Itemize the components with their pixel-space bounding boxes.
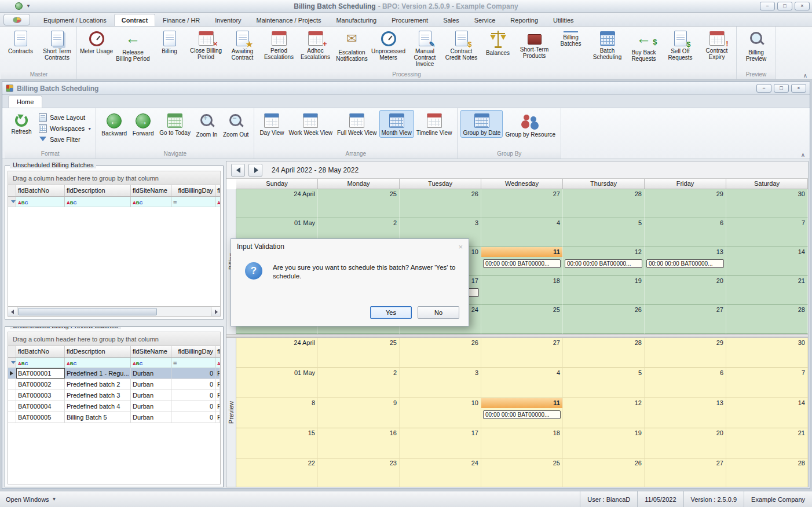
calendar-cell-billing-14[interactable]: 14 xyxy=(726,247,808,276)
calendar-cell-preview-11[interactable]: 1100:00 00:00 BAT00000... xyxy=(481,398,563,428)
sell-off-requests-button[interactable]: Sell Off Requests xyxy=(662,28,698,61)
grid-row-BAT000002[interactable]: BAT000002Predefined batch 2Durban0PR xyxy=(8,379,220,390)
scroll-left-icon[interactable] xyxy=(8,307,17,316)
go-to-today-button[interactable]: Go to Today xyxy=(157,110,193,138)
close-button[interactable]: × xyxy=(795,2,810,10)
grid-cell[interactable]: PR xyxy=(215,412,220,422)
contract-expiry-button[interactable]: Contract Expiry xyxy=(698,28,735,60)
dialog-close-icon[interactable]: × xyxy=(458,243,463,251)
contract-credit-notes-button[interactable]: Contract Credit Notes xyxy=(443,28,480,61)
contracts-button[interactable]: Contracts xyxy=(2,28,39,54)
calendar-cell-preview-22[interactable]: 22 xyxy=(236,458,318,487)
calendar-cell-preview-25[interactable]: 25 xyxy=(481,458,563,487)
filter-cell[interactable]: ABC xyxy=(16,197,65,207)
column-header-fldsitename[interactable]: fldSiteName xyxy=(131,185,171,196)
calendar-cell-billing-26[interactable]: 26 xyxy=(563,305,645,334)
grid-cell[interactable]: Predefined batch 3 xyxy=(65,390,131,401)
calendar-cell-preview-12[interactable]: 12 xyxy=(563,398,645,428)
save-filter-button[interactable]: Save Filter xyxy=(39,135,92,144)
calendar-cell-preview-3[interactable]: 3 xyxy=(400,368,481,398)
grid-cell[interactable]: 0 xyxy=(171,412,215,422)
calendar-cell-preview-30[interactable]: 30 xyxy=(726,338,808,368)
adhoc-escalations-button[interactable]: Adhoc Escalations xyxy=(297,28,334,60)
calendar-cell-billing-28[interactable]: 28 xyxy=(563,189,645,218)
manual-contract-invoice-button[interactable]: Manual Contract Invoice xyxy=(407,28,443,67)
calendar-cell-billing-5[interactable]: 5 xyxy=(563,218,645,247)
calendar-cell-preview-15[interactable]: 15 xyxy=(236,428,318,458)
calendar-splitter[interactable] xyxy=(226,334,808,338)
period-escalations-button[interactable]: Period Escalations xyxy=(261,28,297,60)
calendar-cell-preview-27[interactable]: 27 xyxy=(481,338,563,368)
grid-cell[interactable]: PR xyxy=(215,379,220,390)
grid-row-BAT000001[interactable]: BAT000001Predefined 1 - Regu...Durban0PR xyxy=(8,368,220,379)
zoom-in-button[interactable]: +Zoom In xyxy=(193,110,221,139)
calendar-cell-preview-19[interactable]: 19 xyxy=(563,428,645,458)
quick-access-icon[interactable] xyxy=(15,2,23,10)
minimize-button[interactable]: − xyxy=(760,2,775,10)
grid-cell[interactable]: Durban xyxy=(131,401,171,412)
ribbon-tab-inventory[interactable]: Inventory xyxy=(207,14,248,26)
ribbon-tab-maintenance-projects[interactable]: Maintenance / Projects xyxy=(249,14,329,26)
awaiting-contract-button[interactable]: Awaiting Contract xyxy=(224,28,261,61)
grid-cell[interactable]: 0 xyxy=(171,401,215,412)
work-week-view-button[interactable]: Work Week View xyxy=(286,110,335,138)
calendar-cell-preview-9[interactable]: 9 xyxy=(318,398,400,428)
grid-cell[interactable]: PR xyxy=(215,401,220,412)
calendar-cell-billing-18[interactable]: 18 xyxy=(481,276,563,305)
day-view-button[interactable]: Day View xyxy=(257,110,286,138)
calendar-cell-preview-24-april[interactable]: 24 April xyxy=(236,338,318,368)
calendar-cell-preview-14[interactable]: 14 xyxy=(726,398,808,428)
column-header-fl[interactable]: fl xyxy=(215,346,220,357)
grid-cell[interactable]: PR xyxy=(215,390,220,401)
calendar-cell-preview-21[interactable]: 21 xyxy=(726,428,808,458)
close-billing-period-button[interactable]: Close Billing Period xyxy=(188,28,224,60)
calendar-cell-preview-10[interactable]: 10 xyxy=(400,398,481,428)
calendar-cell-preview-8[interactable]: 8 xyxy=(236,398,318,428)
ribbon-tab-finance-hr[interactable]: Finance / HR xyxy=(155,14,207,26)
ribbon-tab-manufacturing[interactable]: Manufacturing xyxy=(328,14,384,26)
column-header-fldsitename[interactable]: fldSiteName xyxy=(131,346,171,357)
calendar-cell-preview-29[interactable]: 29 xyxy=(645,338,726,368)
calendar-cell-billing-6[interactable]: 6 xyxy=(645,218,726,247)
ribbon-tab-equipment-locations[interactable]: Equipment / Locations xyxy=(36,14,114,26)
calendar-cell-billing-27[interactable]: 27 xyxy=(645,305,726,334)
forward-button[interactable]: →Forward xyxy=(129,110,157,138)
calendar-cell-preview-2[interactable]: 2 xyxy=(318,368,400,398)
grid-cell[interactable]: 0 xyxy=(171,368,215,379)
backward-button[interactable]: ←Backward xyxy=(99,110,129,138)
calendar-event[interactable]: 00:00 00:00 BAT00000... xyxy=(565,259,642,268)
calendar-cell-billing-25[interactable]: 25 xyxy=(318,189,400,218)
grid-cell[interactable]: 0 xyxy=(171,390,215,401)
calendar-cell-preview-6[interactable]: 6 xyxy=(645,368,726,398)
short-term-products-button[interactable]: Short-Term Products xyxy=(516,28,553,59)
inner-close-button[interactable]: × xyxy=(791,84,806,93)
refresh-button[interactable]: Refresh xyxy=(8,110,35,137)
calendar-cell-preview-7[interactable]: 7 xyxy=(726,368,808,398)
filter-cell[interactable]: ABC xyxy=(215,197,220,207)
filter-cell[interactable]: ABC xyxy=(215,358,220,368)
calendar-cell-billing-20[interactable]: 20 xyxy=(645,276,726,305)
escalation-notifications-button[interactable]: ✉Escalation Notifications xyxy=(334,28,370,62)
grid-cell[interactable]: PR xyxy=(215,368,220,379)
save-layout-button[interactable]: Save Layout xyxy=(39,113,92,122)
scroll-right-icon[interactable] xyxy=(211,307,220,316)
calendar-cell-preview-26[interactable]: 26 xyxy=(400,338,481,368)
yes-button[interactable]: Yes xyxy=(370,306,412,319)
calendar-event[interactable]: 00:00 00:00 BAT00000... xyxy=(646,259,724,268)
calendar-cell-billing-13[interactable]: 1300:00 00:00 BAT00000... xyxy=(645,247,726,276)
no-button[interactable]: No xyxy=(418,306,459,319)
unprocessed-meters-button[interactable]: Unprocessed Meters xyxy=(370,28,407,61)
maximize-button[interactable]: □ xyxy=(777,2,792,10)
ribbon-tab-reporting[interactable]: Reporting xyxy=(503,14,546,26)
group-by-drop-area[interactable]: Drag a column header here to group by th… xyxy=(8,332,221,346)
ribbon-tab-contract[interactable]: Contract xyxy=(114,14,155,26)
calendar-cell-billing-27[interactable]: 27 xyxy=(481,189,563,218)
grid-row-BAT000003[interactable]: BAT000003Predefined batch 3Durban0PR xyxy=(8,390,220,401)
grid-cell[interactable]: BAT000005 xyxy=(16,412,65,422)
calendar-cell-preview-20[interactable]: 20 xyxy=(645,428,726,458)
calendar-cell-billing-29[interactable]: 29 xyxy=(645,189,726,218)
filter-cell[interactable]: ABC xyxy=(131,197,171,207)
calendar-cell-preview-5[interactable]: 5 xyxy=(563,368,645,398)
full-week-view-button[interactable]: Full Week View xyxy=(335,110,379,138)
calendar-cell-preview-25[interactable]: 25 xyxy=(318,338,400,368)
